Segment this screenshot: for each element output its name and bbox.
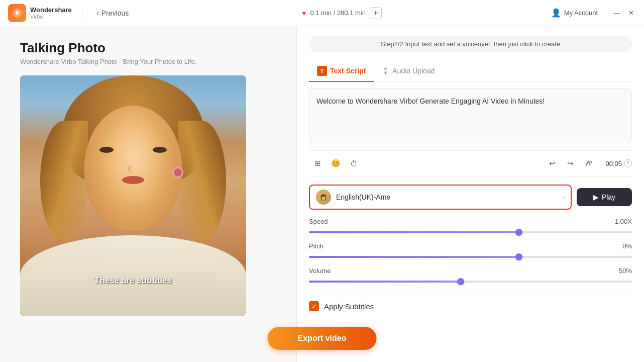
subtitles-checkbox[interactable]: ✓ [309,301,319,311]
back-arrow-icon: ‹ [96,8,99,18]
back-button[interactable]: ‹ Previous [92,6,133,20]
subtitle-overlay: These are subtitles [94,276,172,286]
clock-toolbar-button[interactable]: ⏱ [345,155,362,172]
voice-row: 👩 English(UK)-Ame › ▶ Play [309,185,632,210]
speed-track [309,231,632,233]
time-help-button[interactable]: ? [624,159,632,167]
tab-audio-upload[interactable]: 🎙 Audio Upload [374,62,443,82]
speed-value: 1.00X [615,218,632,225]
pitch-track [309,256,632,258]
duration-text: 0.1 min / 280.1 min [310,9,366,17]
undo-button[interactable]: ↩ [544,155,561,172]
right-panel: Step2/2 Input text and set a voiceover, … [296,26,644,362]
play-label: Play [602,193,615,201]
chevron-right-icon: › [563,194,565,201]
volume-slider-wrap [309,278,632,286]
account-label: My Account [564,9,598,17]
export-row: Export video [268,327,377,350]
logo-container: Wondershare Virbo [8,4,72,22]
left-panel: Talking Photo Wondershare Virbo Talking … [0,26,296,362]
volume-header: Volume 50% [309,267,632,275]
account-icon: 👤 [551,8,561,18]
back-label: Previous [101,9,129,17]
voice-avatar: 👩 [316,190,331,205]
export-label: Export video [298,334,347,342]
volume-label: Volume [309,267,331,275]
play-icon: ▶ [593,193,599,201]
speed-label: Speed [309,218,328,225]
svg-point-1 [16,11,19,13]
text-script-label: Text Script [330,67,366,75]
app-logo-icon [8,4,26,22]
pitch-fill [309,256,519,258]
pitch-thumb[interactable] [515,253,522,260]
title-bar-right: 👤 My Account — ✕ [551,8,636,18]
subtitles-label: Apply Subtitles [324,302,374,311]
microphone-icon: 🎙 [382,67,389,75]
editor-toolbar: ⊞ 😊 ⏱ ↩ ↪ 00:05 ? [309,150,632,176]
tab-text-script[interactable]: T Text Script [309,62,374,82]
title-bar-left: Wondershare Virbo ‹ Previous [8,4,133,22]
apply-subtitles-row: ✓ Apply Subtitles [309,294,632,313]
pitch-slider-wrap [309,253,632,261]
effects-button[interactable] [580,155,597,172]
speed-header: Speed 1.00X [309,218,632,225]
close-button[interactable]: ✕ [626,8,636,18]
redo-button[interactable]: ↪ [562,155,579,172]
account-button[interactable]: 👤 My Account [551,8,598,18]
pitch-value: 0% [622,242,632,250]
add-duration-button[interactable]: + [370,7,382,19]
export-video-button[interactable]: Export video [268,327,377,350]
text-script-icon: T [317,66,327,76]
volume-thumb[interactable] [457,278,464,285]
title-bar-center: ♥ 0.1 min / 280.1 min + [133,7,551,19]
text-editor-area[interactable]: Welcome to Wondershare Virbo! Generate E… [309,88,632,143]
header-divider [82,7,82,19]
pitch-header: Pitch 0% [309,242,632,250]
photo-container: These are subtitles [20,75,246,316]
title-bar: Wondershare Virbo ‹ Previous ♥ 0.1 min /… [0,0,644,26]
toolbar-divider [601,158,601,169]
effects-icon [585,160,592,167]
minimize-button[interactable]: — [612,8,622,18]
page-subtitle: Wondershare Virbo Talking Photo - Bring … [20,58,276,65]
heart-icon: ♥ [302,9,306,17]
page-title: Talking Photo [20,40,276,56]
logo-sub: Virbo [30,14,72,20]
speed-section: Speed 1.00X [309,218,632,236]
play-button[interactable]: ▶ Play [577,188,632,206]
logo-text-block: Wondershare Virbo [30,6,72,20]
tab-row: T Text Script 🎙 Audio Upload [309,62,632,82]
volume-section: Volume 50% [309,267,632,286]
pitch-section: Pitch 0% [309,242,632,261]
volume-fill [309,281,461,283]
speed-slider-wrap [309,228,632,236]
volume-value: 50% [619,267,632,275]
volume-track [309,281,632,283]
time-value: 00:05 [605,160,622,167]
pitch-label: Pitch [309,242,324,250]
emoji-toolbar-button[interactable]: 😊 [327,155,344,172]
audio-upload-label: Audio Upload [392,67,435,75]
window-controls: — ✕ [612,8,636,18]
speed-thumb[interactable] [515,229,522,236]
step-hint: Step2/2 Input text and set a voiceover, … [309,36,632,52]
editor-text-content: Welcome to Wondershare Virbo! Generate E… [316,97,545,105]
time-display: 00:05 ? [605,159,632,167]
speed-fill [309,231,519,233]
main-content: Talking Photo Wondershare Virbo Talking … [0,26,644,362]
svg-point-2 [590,161,592,163]
voice-name: English(UK)-Ame [336,193,558,201]
logo-name: Wondershare [30,6,72,14]
voice-selector-button[interactable]: 👩 English(UK)-Ame › [309,185,572,210]
expand-toolbar-button[interactable]: ⊞ [309,155,326,172]
